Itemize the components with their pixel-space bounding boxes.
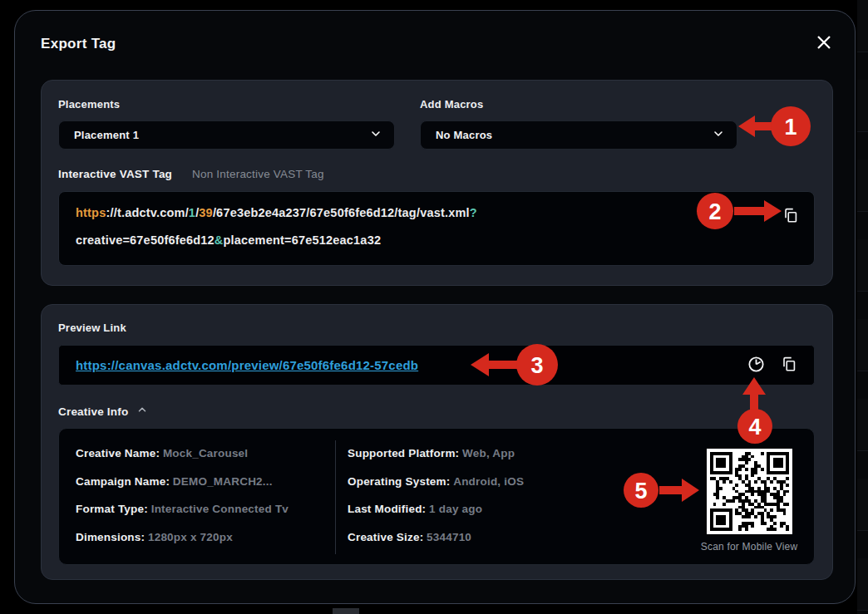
preview-timer-button[interactable] (746, 356, 766, 376)
info-label: Supported Platform: (348, 447, 459, 459)
info-row-last-modified: Last Modified: 1 day ago (348, 503, 482, 515)
info-row-supported-platform: Supported Platform: Web, App (348, 447, 515, 459)
info-label: Creative Name: (76, 447, 160, 459)
info-row-format-type: Format Type: Interactive Connected Tv (76, 503, 289, 515)
info-label: Last Modified: (348, 503, 426, 515)
info-label: Operating System: (348, 475, 450, 488)
info-value: Mock_Carousel (163, 447, 248, 459)
add-macros-selected-value: No Macros (436, 129, 712, 141)
vast-tag-tabs: Interactive VAST Tag Non Interactive VAS… (58, 168, 324, 180)
creative-info-toggle[interactable]: Creative Info (58, 404, 148, 419)
placements-dropdown[interactable]: Placement 1 (58, 120, 395, 150)
qr-caption: Scan for Mobile View (687, 541, 811, 553)
url-segment: /67e3eb2e4a237/67e50f6fe6d12/tag/vast.xm… (213, 206, 470, 219)
url-segment: 39 (199, 206, 213, 219)
url-segment: & (215, 233, 224, 247)
info-value: Android, iOS (453, 475, 524, 488)
url-segment: creative=67e50f6fe6d12 (76, 233, 215, 247)
preview-link-url[interactable]: https://canvas.adctv.com/preview/67e50f6… (76, 358, 418, 372)
preview-link-bar: https://canvas.adctv.com/preview/67e50f6… (58, 345, 815, 386)
info-value: 5344710 (427, 531, 471, 543)
info-label: Creative Size: (348, 531, 423, 543)
vast-tag-url-box: https://t.adctv.com/1/39/67e3eb2e4a237/6… (58, 191, 815, 266)
creative-info-label: Creative Info (58, 405, 128, 418)
info-row-dimensions: Dimensions: 1280px x 720px (76, 531, 233, 543)
info-value: Interactive Connected Tv (151, 503, 289, 515)
add-macros-label: Add Macros (420, 98, 483, 111)
background-artifact (333, 608, 359, 614)
info-row-creative-size: Creative Size: 5344710 (348, 531, 471, 543)
add-macros-dropdown[interactable]: No Macros (420, 120, 737, 150)
copy-icon (780, 355, 798, 376)
preview-actions (746, 356, 799, 376)
info-label: Format Type: (76, 503, 148, 515)
qr-code (707, 449, 792, 534)
info-value: 1 day ago (429, 503, 482, 515)
info-row-operating-system: Operating System: Android, iOS (348, 475, 524, 488)
url-segment: ? (470, 206, 477, 219)
preview-section: Preview Link https://canvas.adctv.com/pr… (41, 304, 833, 580)
info-label: Dimensions: (76, 531, 145, 543)
info-value: 1280px x 720px (148, 531, 233, 543)
tab-non-interactive-vast-tag[interactable]: Non Interactive VAST Tag (192, 168, 324, 180)
url-segment: 1 (189, 206, 195, 219)
info-column-divider (335, 440, 336, 554)
background-page-rows (857, 0, 868, 614)
export-tag-modal: Export Tag Placements Placement 1 Add Ma… (14, 10, 856, 604)
copy-vast-tag-button[interactable] (781, 206, 801, 226)
chevron-down-icon (369, 127, 382, 144)
placements-selected-value: Placement 1 (74, 129, 369, 141)
vast-url-line-1: https://t.adctv.com/1/39/67e3eb2e4a237/6… (76, 199, 764, 227)
url-segment: https (76, 206, 106, 219)
screen: Export Tag Placements Placement 1 Add Ma… (0, 0, 868, 614)
preview-link-label: Preview Link (58, 322, 126, 334)
info-row-creative-name: Creative Name: Mock_Carousel (76, 447, 248, 459)
modal-title: Export Tag (41, 36, 116, 52)
chevron-down-icon (712, 127, 725, 144)
vast-url-line-2: creative=67e50f6fe6d12&placement=67e512e… (76, 227, 764, 254)
copy-icon (782, 206, 800, 227)
tab-interactive-vast-tag[interactable]: Interactive VAST Tag (58, 168, 172, 180)
close-button[interactable] (811, 30, 837, 56)
close-icon (814, 32, 834, 55)
info-value: DEMO_MARCH2... (173, 475, 273, 488)
copy-preview-link-button[interactable] (779, 356, 799, 376)
vast-tag-section: Placements Placement 1 Add Macros No Mac… (41, 80, 833, 286)
info-value: Web, App (462, 447, 515, 459)
info-label: Campaign Name: (76, 475, 170, 488)
placements-label: Placements (58, 98, 120, 111)
url-segment: placement=67e512eac1a32 (224, 233, 382, 247)
clock-icon (747, 355, 766, 376)
creative-info-box: Creative Name: Mock_Carousel Campaign Na… (58, 428, 815, 565)
chevron-up-icon (136, 404, 148, 419)
info-row-campaign-name: Campaign Name: DEMO_MARCH2... (76, 475, 273, 488)
url-segment: ://t.adctv.com/ (106, 206, 188, 219)
